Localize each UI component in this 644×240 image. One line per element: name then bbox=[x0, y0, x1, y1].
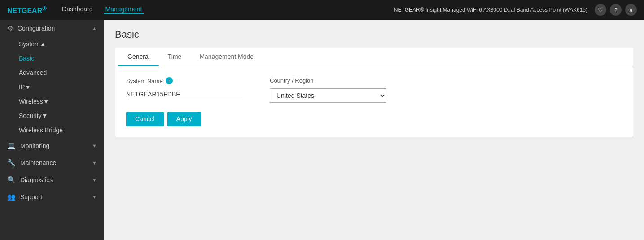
sidebar-item-security[interactable]: Security ▼ bbox=[0, 109, 104, 123]
user-icon[interactable]: a bbox=[625, 4, 637, 16]
sidebar-label-monitoring: Monitoring bbox=[20, 142, 92, 149]
top-nav: NETGEAR® Dashboard Management NETGEAR® I… bbox=[0, 0, 644, 20]
users-icon: 👥 bbox=[7, 193, 16, 201]
chevron-icon-monitoring: ▼ bbox=[92, 143, 97, 148]
sidebar-label-wireless: Wireless bbox=[19, 98, 43, 105]
sidebar-label-system: System bbox=[19, 40, 40, 48]
sidebar-label-diagnostics: Diagnostics bbox=[20, 176, 92, 183]
chevron-icon-maintenance: ▼ bbox=[92, 160, 97, 166]
gear-icon: ⚙ bbox=[7, 24, 13, 32]
sidebar-item-ip[interactable]: IP ▼ bbox=[0, 80, 104, 94]
brand-name: NETGEAR® bbox=[7, 7, 47, 14]
system-name-group: System Name i bbox=[126, 77, 243, 103]
chevron-icon-wireless: ▼ bbox=[43, 98, 49, 105]
cancel-button[interactable]: Cancel bbox=[126, 112, 164, 126]
sidebar-label-support: Support bbox=[20, 193, 92, 201]
tab-management-mode[interactable]: Management Mode bbox=[190, 48, 263, 66]
form-actions: Cancel Apply bbox=[126, 112, 622, 126]
tabs: General Time Management Mode bbox=[115, 48, 633, 66]
main-layout: ⚙ Configuration ▲ System ▲ Basic Advance… bbox=[0, 20, 644, 240]
sidebar-item-support[interactable]: 👥 Support ▼ bbox=[0, 188, 104, 205]
system-name-info-icon[interactable]: i bbox=[166, 77, 173, 84]
help-icon[interactable]: ? bbox=[610, 4, 622, 16]
notification-icon[interactable]: ♡ bbox=[595, 4, 606, 16]
nav-management[interactable]: Management bbox=[104, 5, 144, 14]
country-label: Country / Region bbox=[270, 77, 386, 84]
sidebar-label-ip: IP bbox=[19, 83, 25, 91]
country-select[interactable]: United States Canada United Kingdom Germ… bbox=[270, 88, 386, 103]
nav-links: Dashboard Management bbox=[60, 5, 394, 14]
sidebar-label-configuration: Configuration bbox=[18, 25, 92, 32]
system-name-label: System Name i bbox=[126, 77, 243, 84]
system-name-input[interactable] bbox=[126, 89, 243, 100]
country-group: Country / Region United States Canada Un… bbox=[270, 77, 386, 103]
sidebar-item-wireless[interactable]: Wireless ▼ bbox=[0, 94, 104, 109]
form-panel: System Name i Country / Region United St… bbox=[115, 66, 633, 137]
tab-general[interactable]: General bbox=[118, 48, 159, 66]
sidebar-label-maintenance: Maintenance bbox=[20, 159, 92, 166]
top-icons: ♡ ? a bbox=[595, 4, 637, 16]
chevron-icon-ip: ▼ bbox=[25, 83, 31, 91]
chevron-icon-diagnostics: ▼ bbox=[92, 177, 97, 183]
form-row: System Name i Country / Region United St… bbox=[126, 77, 622, 103]
sidebar-item-configuration[interactable]: ⚙ Configuration ▲ bbox=[0, 20, 104, 37]
monitor-icon: 💻 bbox=[7, 142, 16, 150]
sidebar-item-advanced[interactable]: Advanced bbox=[0, 65, 104, 80]
chevron-icon-security: ▼ bbox=[42, 112, 48, 119]
nav-dashboard[interactable]: Dashboard bbox=[60, 5, 95, 14]
sidebar-item-maintenance[interactable]: 🔧 Maintenance ▼ bbox=[0, 154, 104, 171]
search-icon: 🔍 bbox=[7, 176, 16, 184]
sidebar-item-wireless-bridge[interactable]: Wireless Bridge bbox=[0, 123, 104, 137]
apply-button[interactable]: Apply bbox=[167, 112, 201, 126]
sidebar-item-system[interactable]: System ▲ bbox=[0, 37, 104, 51]
sidebar-item-monitoring[interactable]: 💻 Monitoring ▼ bbox=[0, 137, 104, 154]
sidebar-label-security: Security bbox=[19, 112, 42, 119]
chevron-icon-system: ▲ bbox=[40, 40, 46, 48]
sidebar-item-diagnostics[interactable]: 🔍 Diagnostics ▼ bbox=[0, 171, 104, 188]
device-info: NETGEAR® Insight Managed WiFi 6 AX3000 D… bbox=[394, 7, 587, 13]
sidebar-item-basic[interactable]: Basic bbox=[0, 51, 104, 65]
page-title: Basic bbox=[115, 29, 633, 40]
main-content: Basic General Time Management Mode Syste… bbox=[104, 20, 644, 240]
chevron-icon-configuration: ▲ bbox=[92, 26, 97, 31]
sidebar: ⚙ Configuration ▲ System ▲ Basic Advance… bbox=[0, 20, 104, 240]
brand-logo: NETGEAR® bbox=[7, 5, 47, 15]
tab-time[interactable]: Time bbox=[159, 48, 191, 66]
wrench-icon: 🔧 bbox=[7, 159, 16, 167]
chevron-icon-support: ▼ bbox=[92, 194, 97, 200]
